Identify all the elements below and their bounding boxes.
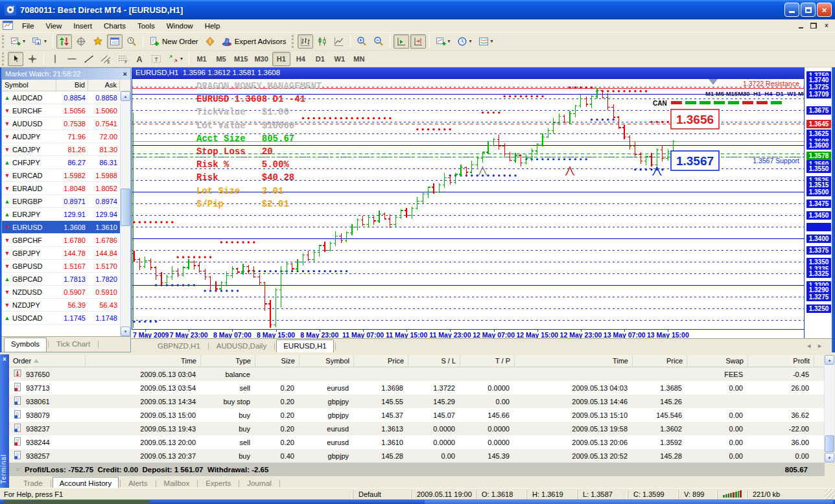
text-button[interactable]: A xyxy=(132,52,147,66)
time-axis[interactable]: 7 May 20097 May 23:008 May 07:008 May 15… xyxy=(132,329,804,338)
market-watch-row-audjpy[interactable]: ▼AUDJPY71.9672.00 xyxy=(2,130,120,143)
market-watch-row-eurjpy[interactable]: ▲EURJPY129.91129.94 xyxy=(2,208,120,221)
hline-button[interactable] xyxy=(64,52,80,66)
mdi-minimize-button[interactable] xyxy=(795,21,806,30)
timeframe-m30-button[interactable]: M30 xyxy=(252,52,270,66)
resize-grip[interactable] xyxy=(825,489,835,499)
scroll-up-icon[interactable]: ▲ xyxy=(121,91,130,101)
terminal-button[interactable] xyxy=(107,34,123,49)
navigator-button[interactable] xyxy=(90,34,106,49)
tab-tick-chart[interactable]: Tick Chart xyxy=(50,338,97,352)
column-header-type[interactable]: Type xyxy=(201,355,255,367)
order-row-938061[interactable]: 9380612009.05.13 14:34buy stop0.20gbpjpy… xyxy=(9,395,825,408)
column-header-order[interactable]: Order xyxy=(9,355,86,367)
order-row-938237[interactable]: 9382372009.05.13 19:43buy0.20eurusd1.361… xyxy=(9,422,825,435)
line-chart-button[interactable] xyxy=(331,34,347,49)
timeframe-w1-button[interactable]: W1 xyxy=(331,52,349,66)
zoom-out-button[interactable] xyxy=(371,34,386,49)
tab-scroll-left-icon[interactable]: ◄ xyxy=(806,343,812,349)
menu-window[interactable]: Window xyxy=(161,20,199,32)
column-header-t-p[interactable]: T / P xyxy=(460,355,515,367)
mdi-restore-button[interactable] xyxy=(808,21,819,30)
scroll-thumb[interactable] xyxy=(121,189,130,226)
mdi-close-button[interactable]: × xyxy=(821,21,832,30)
label-button[interactable]: T xyxy=(148,52,164,66)
scroll-down-icon[interactable]: ▼ xyxy=(121,326,130,336)
tab-scroll-right-icon[interactable]: ► xyxy=(817,343,823,349)
templates-button[interactable]: ▾ xyxy=(476,34,496,49)
periods-button[interactable]: ▾ xyxy=(454,34,475,49)
column-header-profit-2[interactable]: Profit xyxy=(748,355,814,367)
order-row-938079[interactable]: 9380792009.05.13 15:00buy0.20gbpjpy145.3… xyxy=(9,408,825,422)
market-watch-row-eurgbp[interactable]: ▲EURGBP0.89710.8974 xyxy=(2,195,120,208)
market-watch-row-audcad[interactable]: ▲AUDCAD0.88540.8858 xyxy=(2,91,120,104)
zoom-in-button[interactable] xyxy=(354,34,370,49)
auto-scroll-button[interactable] xyxy=(394,34,409,49)
tab-symbols[interactable]: Symbols xyxy=(4,338,47,352)
menu-tools[interactable]: Tools xyxy=(132,20,161,32)
market-watch-row-eurusd[interactable]: ▼EURUSD1.36081.3610 xyxy=(2,221,120,234)
strategy-tester-button[interactable] xyxy=(124,34,139,49)
new-order-button[interactable]: New Order xyxy=(147,34,201,49)
timeframe-h4-button[interactable]: H4 xyxy=(292,52,310,66)
menu-insert[interactable]: Insert xyxy=(67,20,98,32)
arrows-button[interactable]: ▾ xyxy=(165,52,185,66)
tab-journal[interactable]: Journal xyxy=(241,477,278,488)
alert-button[interactable]: ! xyxy=(202,34,218,49)
indicators-button[interactable]: ▾ xyxy=(433,34,453,49)
market-watch-row-nzdusd[interactable]: ▼NZDUSD0.59070.5910 xyxy=(2,286,120,299)
chart-shift-button[interactable] xyxy=(410,34,426,49)
terminal-scrollbar[interactable]: ▲▼ xyxy=(824,355,834,463)
tab-trade[interactable]: Trade xyxy=(17,477,49,488)
menu-charts[interactable]: Charts xyxy=(98,20,132,32)
fibonacci-button[interactable]: F xyxy=(115,52,130,66)
column-header-time[interactable]: Time xyxy=(86,355,201,367)
status-profile[interactable]: Default xyxy=(353,490,411,499)
timeframe-h1-button[interactable]: H1 xyxy=(272,52,290,66)
tab-experts[interactable]: Experts xyxy=(199,477,237,488)
column-header-price[interactable]: Price xyxy=(354,355,408,367)
market-watch-row-gbpcad[interactable]: ▲GBPCAD1.78131.7820 xyxy=(2,273,120,286)
tab-account-history[interactable]: Account History xyxy=(53,477,119,488)
crosshair-button[interactable] xyxy=(25,52,40,66)
maximize-button[interactable] xyxy=(801,3,816,17)
order-row-937650[interactable]: 9376502009.05.13 03:04balanceFEES-0.45 xyxy=(9,367,825,381)
scroll-thumb[interactable] xyxy=(825,435,834,452)
chart-tab-audusd-daily[interactable]: AUDUSD,Daily xyxy=(210,340,273,352)
market-watch-row-gbpchf[interactable]: ▼GBPCHF1.67801.6786 xyxy=(2,234,120,247)
menu-view[interactable]: View xyxy=(40,20,68,32)
tab-mailbox[interactable]: Mailbox xyxy=(158,477,196,488)
market-watch-row-chfjpy[interactable]: ▲CHFJPY86.2786.31 xyxy=(2,156,120,169)
close-button[interactable]: × xyxy=(817,3,832,17)
order-row-938244[interactable]: 9382442009.05.13 20:00sell0.20eurusd1.36… xyxy=(9,435,825,449)
scroll-up-icon[interactable]: ▲ xyxy=(825,355,834,365)
market-watch-row-usdcad[interactable]: ▲USDCAD1.17451.1748 xyxy=(2,312,120,325)
tab-alerts[interactable]: Alerts xyxy=(122,477,154,488)
market-watch-button[interactable] xyxy=(56,34,72,49)
timeframe-m15-button[interactable]: M15 xyxy=(231,52,250,66)
terminal-close-icon[interactable]: × xyxy=(1,356,8,363)
market-watch-row-gbpjpy[interactable]: ▼GBPJPY144.78144.84 xyxy=(2,247,120,260)
column-header-price-2[interactable]: Price xyxy=(633,355,687,367)
market-watch-close-icon[interactable]: × xyxy=(123,70,127,78)
price-chart[interactable]: DRAGON MONEY MANAGEMENTEURUSD 1.3608 D1 … xyxy=(132,79,804,329)
market-watch-row-cadjpy[interactable]: ▼CADJPY81.2681.30 xyxy=(2,143,120,156)
column-header-swap-2[interactable]: Swap xyxy=(687,355,748,367)
new-chart-button[interactable]: ▾ xyxy=(8,34,28,49)
market-watch-row-gbpusd[interactable]: ▼GBPUSD1.51671.5170 xyxy=(2,260,120,273)
market-watch-row-eurcad[interactable]: ▼EURCAD1.59821.5988 xyxy=(2,169,120,182)
column-header-symbol[interactable]: Symbol xyxy=(300,355,354,367)
market-watch-row-nzdjpy[interactable]: ▼NZDJPY56.3956.43 xyxy=(2,299,120,312)
bar-chart-button[interactable] xyxy=(298,34,313,49)
column-header-time-2[interactable]: Time xyxy=(515,355,633,367)
market-watch-row-audusd[interactable]: ▼AUDUSD0.75380.7541 xyxy=(2,117,120,130)
column-header-s-l[interactable]: S / L xyxy=(408,355,460,367)
chart-tab-eurusd-h1[interactable]: EURUSD,H1 xyxy=(276,339,333,352)
expert-advisors-button[interactable]: Expert Advisors xyxy=(219,34,289,49)
cursor-button[interactable] xyxy=(8,52,23,66)
scroll-down-icon[interactable]: ▼ xyxy=(825,453,834,463)
timeframe-m5-button[interactable]: M5 xyxy=(212,52,230,66)
market-watch-row-eurchf[interactable]: ▼EURCHF1.50561.5060 xyxy=(2,104,120,117)
trendline-button[interactable] xyxy=(81,52,97,66)
menu-file[interactable]: File xyxy=(16,20,40,32)
